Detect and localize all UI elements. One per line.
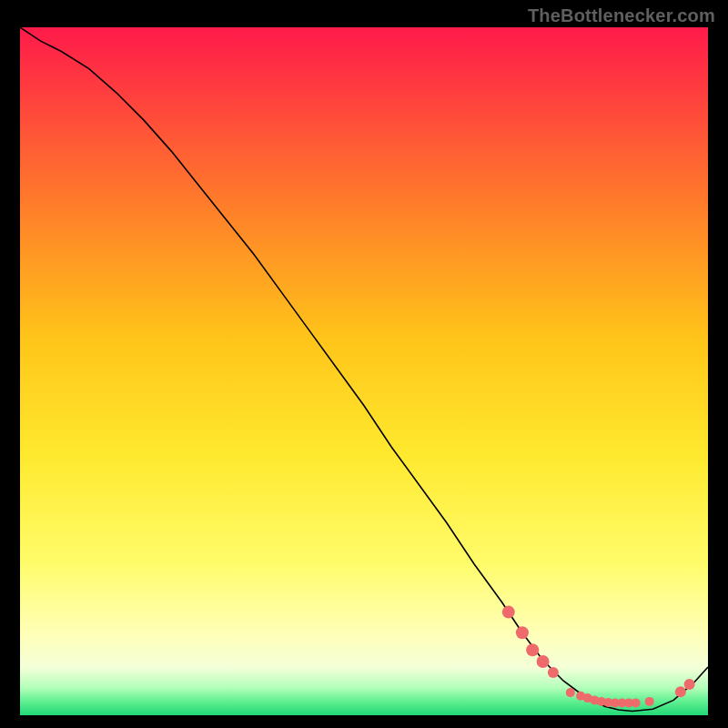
marker-dot [645,697,654,706]
marker-dot [526,643,539,656]
plot-area [20,27,708,715]
marker-dot [684,679,695,690]
marker-dot [548,667,559,678]
gradient-background [20,27,708,715]
chart-svg [20,27,708,715]
marker-dot [675,686,686,697]
chart-container: TheBottlenecker.com [0,0,728,728]
marker-dot [632,698,641,707]
marker-dot [566,688,575,697]
marker-dot [502,606,515,619]
marker-dot [516,626,529,639]
attribution-label: TheBottlenecker.com [528,5,715,26]
marker-dot [537,655,550,668]
